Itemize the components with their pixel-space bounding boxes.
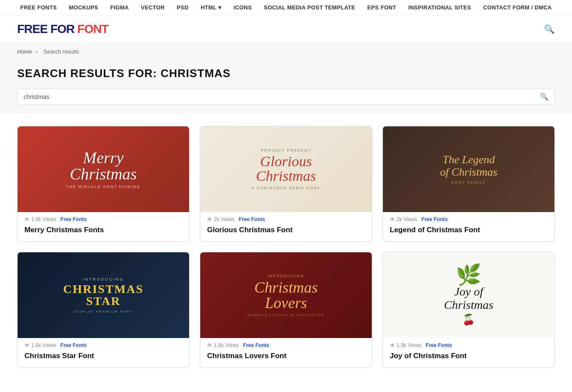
free-fonts-badge: Free Fonts xyxy=(60,342,87,348)
eye-icon: 👁 xyxy=(207,342,212,348)
views-count: 👁 1.9k Views xyxy=(207,342,239,348)
eye-icon: 👁 xyxy=(390,342,395,348)
views-count: 👁 1.6k Views xyxy=(24,342,56,348)
card-title: Joy of Christmas Font xyxy=(383,350,554,367)
nav-html[interactable]: HTML ▾ xyxy=(201,4,222,11)
breadcrumb-separator: › xyxy=(36,48,37,55)
eye-icon: 👁 xyxy=(24,216,30,222)
card-meta: 👁 1.9k Views Free Fonts xyxy=(18,212,189,224)
free-fonts-badge: Free Fonts xyxy=(239,216,265,222)
views-count: 👁 1.9k Views xyxy=(390,342,421,348)
views-count: 👁 2k Views xyxy=(207,216,235,222)
nav-eps-font[interactable]: EPS FONT xyxy=(367,4,396,11)
breadcrumb-current: Search results xyxy=(43,48,79,55)
card-image-legend: The Legendof Christmas FONT FAMILY xyxy=(383,126,554,212)
card-legend-christmas[interactable]: The Legendof Christmas FONT FAMILY 👁 2k … xyxy=(382,126,555,242)
nav-psd[interactable]: PSD xyxy=(177,4,189,11)
page-title: SEARCH RESULTS FOR: CHRISTMAS xyxy=(17,67,555,80)
card-image-joy: 🌿 Joy ofChristmas 🍒 xyxy=(383,252,554,338)
chevron-down-icon: ▾ xyxy=(218,4,221,11)
page-title-section: SEARCH RESULTS FOR: CHRISTMAS xyxy=(0,60,572,84)
eye-icon: 👁 xyxy=(24,342,30,348)
card-image-glorious: PROUDLY PRESENT GloriousChristmas A CHRI… xyxy=(200,126,372,212)
search-icon[interactable]: 🔍 xyxy=(540,93,548,101)
search-bar-section: 🔍 xyxy=(0,84,572,113)
nav-inspirational[interactable]: INSPIRATIONAL SITES xyxy=(408,4,471,11)
card-title: Merry Christmas Fonts xyxy=(18,224,189,241)
card-image-lovers: INTRODUCING ChristmasLovers MODERN LUXUR… xyxy=(200,252,372,338)
search-bar: 🔍 xyxy=(17,89,555,105)
logo: FREE FOR FONT xyxy=(17,22,108,36)
site-header: FREE FOR FONT 🔍 xyxy=(0,15,572,43)
nav-vector[interactable]: VECTOR xyxy=(141,4,165,11)
views-count: 👁 1.9k Views xyxy=(24,216,56,222)
holly-decoration: 🍒 xyxy=(462,314,475,326)
card-image-merry: MerryChristmas THE MIRACLE FONT PAIRING xyxy=(18,126,189,212)
card-image-star: INTRODUCING CHRISTMASSTAR DISPLAY PREMIU… xyxy=(18,252,189,338)
card-joy-christmas[interactable]: 🌿 Joy ofChristmas 🍒 👁 1.9k Views Free Fo… xyxy=(382,252,555,368)
card-christmas-lovers[interactable]: INTRODUCING ChristmasLovers MODERN LUXUR… xyxy=(200,252,372,368)
card-title: Christmas Lovers Font xyxy=(200,350,372,367)
card-meta: 👁 1.9k Views Free Fonts xyxy=(383,338,554,350)
card-title: Legend of Christmas Font xyxy=(383,224,554,241)
breadcrumb: Home › Search results xyxy=(0,43,572,60)
card-merry-christmas[interactable]: MerryChristmas THE MIRACLE FONT PAIRING … xyxy=(17,126,190,242)
nav-free-fonts[interactable]: FREE FONTS xyxy=(20,4,57,11)
free-fonts-badge: Free Fonts xyxy=(426,342,452,348)
free-fonts-badge: Free Fonts xyxy=(60,216,87,222)
main-nav: FREE FONTS MOCKUPS FIGMA VECTOR PSD HTML… xyxy=(0,0,572,15)
nav-contact[interactable]: CONTACT FORM / DMCA xyxy=(483,4,552,11)
nav-mockups[interactable]: MOCKUPS xyxy=(69,4,99,11)
views-count: 👁 2k Views xyxy=(390,216,417,222)
card-christmas-star[interactable]: INTRODUCING CHRISTMASSTAR DISPLAY PREMIU… xyxy=(17,252,190,368)
eye-icon: 👁 xyxy=(390,216,395,222)
card-meta: 👁 2k Views Free Fonts xyxy=(383,212,554,224)
eye-icon: 👁 xyxy=(207,216,212,222)
nav-icons[interactable]: ICONS xyxy=(234,4,252,11)
nav-figma[interactable]: FIGMA xyxy=(110,4,129,11)
card-glorious-christmas[interactable]: PROUDLY PRESENT GloriousChristmas A CHRI… xyxy=(200,126,372,242)
search-input[interactable] xyxy=(24,93,540,100)
breadcrumb-home[interactable]: Home xyxy=(17,48,32,55)
results-grid: MerryChristmas THE MIRACLE FONT PAIRING … xyxy=(0,113,572,380)
free-fonts-badge: Free Fonts xyxy=(421,216,448,222)
wreath-decoration: 🌿 xyxy=(456,265,482,285)
card-title: Glorious Christmas Font xyxy=(200,224,372,241)
nav-social-media[interactable]: SOCIAL MEDIA POST TEMPLATE xyxy=(264,4,355,11)
free-fonts-badge: Free Fonts xyxy=(243,342,269,348)
card-meta: 👁 1.9k Views Free Fonts xyxy=(200,338,372,350)
card-meta: 👁 2k Views Free Fonts xyxy=(200,212,372,224)
search-icon[interactable]: 🔍 xyxy=(544,24,555,34)
card-meta: 👁 1.6k Views Free Fonts xyxy=(18,338,189,350)
card-title: Christmas Star Font xyxy=(18,350,189,367)
